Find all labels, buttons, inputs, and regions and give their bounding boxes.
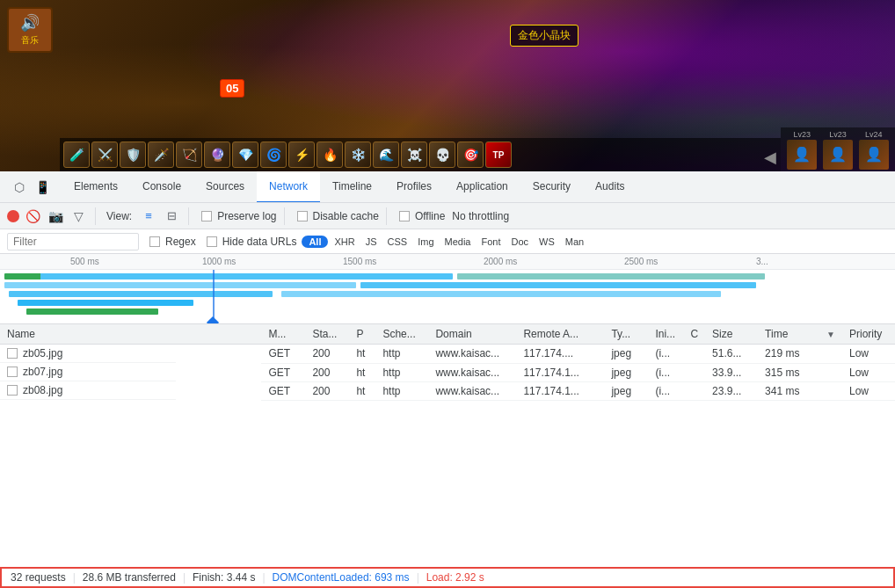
th-size[interactable]: Size bbox=[705, 324, 758, 345]
tab-profiles[interactable]: Profiles bbox=[384, 171, 444, 203]
th-type[interactable]: Ty... bbox=[604, 324, 648, 345]
view-list-icon[interactable]: ≡ bbox=[139, 207, 158, 226]
row-checkbox[interactable] bbox=[7, 385, 18, 396]
clear-button[interactable]: 🚫 bbox=[23, 207, 42, 226]
bar-row-7 bbox=[281, 291, 721, 297]
filter-js-btn[interactable]: JS bbox=[361, 236, 382, 248]
table-row[interactable]: zb05.jpgGET200hthttpwww.kaisac...117.174… bbox=[0, 345, 895, 364]
filter-doc-btn[interactable]: Doc bbox=[507, 236, 534, 248]
toolbar-item-8[interactable]: 🌀 bbox=[260, 142, 287, 168]
toolbar-item-6[interactable]: 🔮 bbox=[204, 142, 230, 168]
device-icon[interactable]: 📱 bbox=[33, 178, 51, 196]
filter-ws-btn[interactable]: WS bbox=[535, 236, 559, 248]
tab-timeline[interactable]: Timeline bbox=[320, 171, 384, 203]
cell-type: jpeg bbox=[604, 363, 648, 381]
th-cookies[interactable]: C bbox=[683, 324, 705, 345]
row-checkbox[interactable] bbox=[7, 367, 18, 377]
filter-xhr-btn[interactable]: XHR bbox=[330, 236, 359, 248]
toolbar-item-11[interactable]: ❄️ bbox=[345, 142, 371, 168]
devtools-panel: ⬡ 📱 Elements Console Sources Network Tim… bbox=[0, 171, 895, 588]
preserve-log-checkbox[interactable] bbox=[201, 211, 212, 221]
th-sort[interactable]: ▼ bbox=[819, 324, 842, 345]
disable-cache-checkbox[interactable] bbox=[297, 211, 308, 221]
tab-console[interactable]: Console bbox=[130, 171, 193, 203]
th-method[interactable]: M... bbox=[261, 324, 305, 345]
th-status[interactable]: Sta... bbox=[305, 324, 349, 345]
toolbar-item-15[interactable]: 🎯 bbox=[457, 142, 484, 168]
ruler-2500: 2500 ms bbox=[624, 257, 658, 266]
cell-initiator: (i... bbox=[648, 345, 683, 364]
th-domain[interactable]: Domain bbox=[428, 324, 516, 345]
filter-img-btn[interactable]: Img bbox=[413, 236, 438, 248]
tab-application[interactable]: Application bbox=[444, 171, 520, 203]
filter-input[interactable] bbox=[7, 233, 139, 250]
network-table: Name M... Sta... P Sche... Dom bbox=[0, 324, 895, 401]
tab-elements[interactable]: Elements bbox=[62, 171, 130, 203]
cell-size: 33.9... bbox=[705, 363, 758, 381]
table-body: zb05.jpgGET200hthttpwww.kaisac...117.174… bbox=[0, 345, 895, 401]
toolbar-item-9[interactable]: ⚡ bbox=[288, 142, 315, 168]
cell-priority: Low bbox=[842, 363, 895, 381]
offline-checkbox[interactable] bbox=[399, 211, 410, 221]
filter-css-btn[interactable]: CSS bbox=[383, 236, 412, 248]
game-toolbar: 🧪 ⚔️ 🛡️ 🗡️ 🏹 🔮 💎 🌀 ⚡ 🔥 ❄️ 🌊 ☠️ 💀 🎯 TP bbox=[60, 138, 781, 171]
record-button[interactable] bbox=[7, 210, 19, 222]
filter-media-btn[interactable]: Media bbox=[440, 236, 476, 248]
th-name[interactable]: Name bbox=[0, 324, 261, 345]
toolbar-item-5[interactable]: 🏹 bbox=[176, 142, 202, 168]
cell-type: jpeg bbox=[604, 381, 648, 400]
filter-all-btn[interactable]: All bbox=[302, 236, 328, 248]
ruler-2000: 2000 ms bbox=[484, 257, 517, 266]
toolbar-item-1[interactable]: 🧪 bbox=[63, 142, 90, 168]
cell-name: zb08.jpg bbox=[0, 381, 176, 400]
table-row[interactable]: zb08.jpgGET200hthttpwww.kaisac...117.174… bbox=[0, 381, 895, 400]
tab-security[interactable]: Security bbox=[520, 171, 583, 203]
tab-sources[interactable]: Sources bbox=[193, 171, 257, 203]
cell-sort bbox=[819, 381, 842, 400]
toolbar-item-3[interactable]: 🛡️ bbox=[120, 142, 146, 168]
left-arrow-icon[interactable]: ◀ bbox=[764, 148, 776, 167]
inspect-icon[interactable]: ⬡ bbox=[11, 178, 28, 196]
toolbar-item-tp[interactable]: TP bbox=[485, 142, 512, 168]
network-table-container[interactable]: Name M... Sta... P Sche... Dom bbox=[0, 324, 895, 447]
toolbar-item-4[interactable]: 🗡️ bbox=[148, 142, 174, 168]
filter-manifest-btn[interactable]: Man bbox=[561, 236, 588, 248]
dom-content-loaded: DOMContentLoaded: 693 ms bbox=[273, 571, 410, 584]
divider-3 bbox=[284, 207, 285, 225]
hide-data-urls-checkbox[interactable] bbox=[207, 236, 217, 247]
cell-priority: Low bbox=[842, 345, 895, 364]
filter-font-btn[interactable]: Font bbox=[477, 236, 505, 248]
toolbar-item-10[interactable]: 🔥 bbox=[317, 142, 343, 168]
cell-scheme: http bbox=[375, 363, 428, 381]
toolbar-item-14[interactable]: 💀 bbox=[429, 142, 455, 168]
th-priority[interactable]: Priority bbox=[842, 324, 895, 345]
view-group-icon[interactable]: ⊟ bbox=[162, 207, 181, 226]
th-time[interactable]: Time bbox=[758, 324, 819, 345]
cell-domain: www.kaisac... bbox=[428, 381, 516, 400]
th-scheme[interactable]: Sche... bbox=[375, 324, 428, 345]
network-action-bar: 🚫 📷 ▽ View: ≡ ⊟ Preserve log Disable cac… bbox=[0, 203, 895, 229]
bar-row-6 bbox=[360, 282, 756, 288]
cell-cookies bbox=[683, 345, 705, 364]
th-remote[interactable]: Remote A... bbox=[516, 324, 604, 345]
table-row[interactable]: zb07.jpgGET200hthttpwww.kaisac...117.174… bbox=[0, 363, 895, 381]
row-checkbox[interactable] bbox=[7, 348, 18, 359]
regex-group: Regex bbox=[149, 236, 196, 248]
th-proto[interactable]: P bbox=[349, 324, 375, 345]
cell-proto: ht bbox=[349, 363, 375, 381]
throttle-label: No throttling bbox=[452, 210, 509, 222]
filter-button[interactable]: ▽ bbox=[69, 207, 88, 226]
toolbar-item-13[interactable]: ☠️ bbox=[401, 142, 427, 168]
sound-button[interactable]: 🔊 音乐 bbox=[7, 7, 53, 53]
ruler-1000: 1000 ms bbox=[202, 257, 236, 266]
char-2-level: Lv23 bbox=[829, 130, 847, 139]
tab-network[interactable]: Network bbox=[257, 171, 320, 203]
toolbar-item-7[interactable]: 💎 bbox=[232, 142, 258, 168]
regex-checkbox[interactable] bbox=[149, 236, 160, 247]
divider-4 bbox=[386, 207, 387, 225]
th-initiator[interactable]: Ini... bbox=[648, 324, 683, 345]
tab-audits[interactable]: Audits bbox=[583, 171, 637, 203]
toolbar-item-12[interactable]: 🌊 bbox=[373, 142, 399, 168]
toolbar-item-2[interactable]: ⚔️ bbox=[91, 142, 118, 168]
camera-button[interactable]: 📷 bbox=[46, 207, 65, 226]
